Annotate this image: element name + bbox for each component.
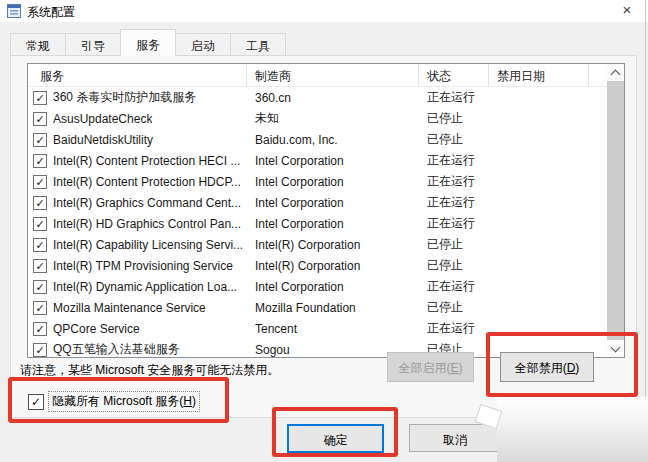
service-manufacturer: Intel Corporation [247,154,419,168]
service-name: Intel(R) Dynamic Application Loa... [53,280,237,294]
service-manufacturer: 360.cn [247,91,419,105]
tab-general[interactable]: 常规 [10,33,66,56]
vertical-scrollbar[interactable] [607,64,624,357]
service-manufacturer: Intel(R) Corporation [247,238,419,252]
annotation-rect-disable-all [486,332,638,397]
annotation-rect-ok-button [272,407,398,457]
scroll-up-icon[interactable] [607,64,624,81]
service-manufacturer: Mozilla Foundation [247,301,419,315]
table-row[interactable]: ✓ Mozilla Maintenance Service Mozilla Fo… [28,297,607,318]
service-name: 360 杀毒实时防护加载服务 [53,89,196,106]
column-header-filler [589,64,607,86]
service-status: 正在运行 [419,278,489,295]
tab-services[interactable]: 服务 [120,29,176,56]
service-manufacturer: Intel Corporation [247,217,419,231]
table-row[interactable]: ✓ Intel(R) Graphics Command Cent... Inte… [28,192,607,213]
service-name: BaiduNetdiskUtility [53,133,153,147]
service-status: 正在运行 [419,320,489,337]
scrollbar-thumb[interactable] [607,81,624,340]
service-name: QQ五笔输入法基础服务 [53,341,180,357]
window-title: 系统配置 [27,4,75,21]
service-checkbox[interactable]: ✓ [33,238,47,252]
service-status: 正在运行 [419,89,489,106]
service-name: Intel(R) Capability Licensing Servi... [53,238,243,252]
service-name: Mozilla Maintenance Service [53,301,206,315]
service-checkbox[interactable]: ✓ [33,175,47,189]
enable-all-button: 全部启用(E) [387,352,474,382]
column-header-date-disabled[interactable]: 禁用日期 [489,64,589,86]
table-row[interactable]: ✓ Intel(R) Content Protection HECI ... I… [28,150,607,171]
table-row[interactable]: ✓ AsusUpdateCheck 未知 已停止 [28,108,607,129]
service-name: Intel(R) TPM Provisioning Service [53,259,233,273]
service-status: 正在运行 [419,215,489,232]
service-checkbox[interactable]: ✓ [33,91,47,105]
service-name: Intel(R) HD Graphics Control Pan... [53,217,241,231]
service-checkbox[interactable]: ✓ [33,259,47,273]
tab-tools[interactable]: 工具 [231,33,286,56]
table-row[interactable]: ✓ 360 杀毒实时防护加载服务 360.cn 正在运行 [28,87,607,108]
service-status: 已停止 [419,299,489,316]
column-header-manufacturer[interactable]: 制造商 [247,64,419,86]
msconfig-dialog: { "window": { "title": "系统配置", "close_ic… [0,0,648,462]
list-header: 服务 制造商 状态 禁用日期 [28,64,607,87]
service-status: 已停止 [419,236,489,253]
service-checkbox[interactable]: ✓ [33,112,47,126]
annotation-rect-hide-ms-checkbox [8,377,229,423]
service-manufacturer: Intel Corporation [247,280,419,294]
service-name: AsusUpdateCheck [53,112,152,126]
service-manufacturer: Tencent [247,322,419,336]
service-checkbox[interactable]: ✓ [33,301,47,315]
table-row[interactable]: ✓ Intel(R) Capability Licensing Servi...… [28,234,607,255]
tab-boot[interactable]: 引导 [66,33,121,56]
service-manufacturer: Baidu.com, Inc. [247,133,419,147]
service-manufacturer: 未知 [247,110,419,127]
list-rows: ✓ 360 杀毒实时防护加载服务 360.cn 正在运行 ✓ AsusUpdat… [28,87,607,357]
services-list: 服务 制造商 状态 禁用日期 ✓ 360 杀毒实时防护加载服务 360.cn 正… [27,63,625,358]
table-row[interactable]: ✓ Intel(R) Dynamic Application Loa... In… [28,276,607,297]
service-status: 已停止 [419,131,489,148]
column-header-status[interactable]: 状态 [419,64,489,86]
tab-startup[interactable]: 启动 [176,33,231,56]
white-wash-artifact [497,397,648,462]
service-checkbox[interactable]: ✓ [33,154,47,168]
cancel-button[interactable]: 取消 [409,424,501,452]
service-status: 正在运行 [419,194,489,211]
service-manufacturer: Intel Corporation [247,175,419,189]
table-row[interactable]: ✓ Intel(R) TPM Provisioning Service Inte… [28,255,607,276]
service-status: 正在运行 [419,173,489,190]
table-row[interactable]: ✓ Intel(R) Content Protection HDCP... In… [28,171,607,192]
service-checkbox[interactable]: ✓ [33,217,47,231]
tab-strip: 常规引导服务启动工具 [10,29,286,56]
service-checkbox[interactable]: ✓ [33,280,47,294]
service-name: Intel(R) Content Protection HECI ... [53,154,240,168]
table-row[interactable]: ✓ BaiduNetdiskUtility Baidu.com, Inc. 已停… [28,129,607,150]
close-icon[interactable]: × [610,0,644,22]
service-status: 已停止 [419,110,489,127]
title-bar: 系统配置 × [0,0,648,22]
column-header-service[interactable]: 服务 [28,64,247,86]
service-checkbox[interactable]: ✓ [33,322,47,336]
service-manufacturer: Intel(R) Corporation [247,259,419,273]
service-checkbox[interactable]: ✓ [33,133,47,147]
service-manufacturer: Intel Corporation [247,196,419,210]
window-edge [645,0,646,462]
service-status: 已停止 [419,257,489,274]
service-name: QPCore Service [53,322,140,336]
service-checkbox[interactable]: ✓ [33,196,47,210]
msconfig-app-icon [7,4,21,18]
service-status: 正在运行 [419,152,489,169]
table-row[interactable]: ✓ Intel(R) HD Graphics Control Pan... In… [28,213,607,234]
service-name: Intel(R) Graphics Command Cent... [53,196,241,210]
service-checkbox[interactable]: ✓ [33,343,47,357]
service-name: Intel(R) Content Protection HDCP... [53,175,241,189]
